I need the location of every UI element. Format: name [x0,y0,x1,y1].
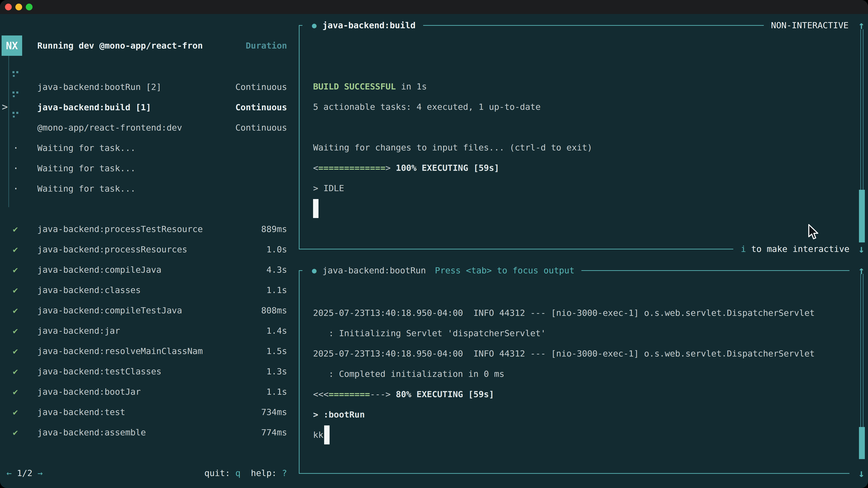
interactive-key-hint: i [741,244,746,254]
build-tasks-line: 5 actionable tasks: 4 executed, 1 up-to-… [313,97,592,117]
build-panel-footer: i to make interactive ↓ [299,239,868,259]
quit-key-hint: q [235,468,241,478]
pagination: ← 1/2 → [6,468,43,478]
non-interactive-badge: NON-INTERACTIVE [771,20,848,30]
build-idle-line: > IDLE [313,178,592,198]
blank-line [313,117,592,137]
task-label: java-backend:bootJar [37,387,141,397]
check-icon: ✔ [11,346,20,356]
bootrun-input-line[interactable]: kk [313,425,815,445]
maximize-button[interactable] [26,4,33,10]
task-duration: Continuous [235,102,287,112]
interactive-hint-text: to make interactive [746,244,849,254]
check-icon: ✔ [11,245,20,254]
task-row-completed[interactable]: ✔ java-backend:compileJava 4.3s [0,260,299,280]
task-label: java-backend:processResources [37,245,187,254]
task-list-title: Running dev @mono-app/react-fron [37,41,203,51]
nx-tui: NX Running dev @mono-app/react-fron Dura… [0,14,868,488]
task-duration: 1.1s [266,285,287,295]
titlebar [0,0,868,14]
task-row-running-selected[interactable]: > java-backend:build [1] Continuous [0,97,299,118]
task-row-completed[interactable]: ✔ java-backend:compileTestJava 808ms [0,300,299,321]
terminal-window: NX Running dev @mono-app/react-fron Dura… [0,0,868,488]
build-panel-header[interactable]: ● java-backend:build NON-INTERACTIVE ↑ [299,15,868,35]
header-rule [423,25,764,26]
help-key-hint: ? [282,468,287,478]
build-success-line: BUILD SUCCESSFUL in 1s [313,76,592,97]
task-duration: 4.3s [266,265,287,275]
task-label: java-backend:bootRun [2] [37,82,161,92]
bootrun-progress-line: <<<========---> 80% EXECUTING [59s] [313,384,815,404]
task-list-header: Running dev @mono-app/react-fron Duratio… [0,35,299,56]
build-scrollbar-thumb[interactable] [859,190,865,242]
footer-rule [299,249,733,250]
task-label: java-backend:compileJava [37,265,161,275]
output-panels: ● java-backend:build NON-INTERACTIVE ↑ B… [299,14,868,488]
task-label: java-backend:classes [37,285,141,295]
quit-label: quit: [204,468,235,478]
bootrun-task-line: > :bootRun [313,404,815,425]
task-row-completed[interactable]: ✔ java-backend:resolveMainClassNam 1.5s [0,341,299,361]
mouse-cursor [807,224,820,241]
build-panel-border [299,25,300,249]
spinner-icon [12,112,19,118]
task-row-running[interactable]: @mono-app/react-frontend:dev Continuous [0,118,299,138]
log-line: : Initializing Servlet 'dispatcherServle… [313,323,815,344]
check-icon: ✔ [11,407,20,417]
terminal-cursor [313,199,318,218]
bootrun-panel-header[interactable]: ● java-backend:bootRun Press <tab> to fo… [299,260,868,281]
spinner-icon [12,92,19,98]
task-duration: 808ms [261,305,287,315]
terminal-cursor [324,425,330,445]
bootrun-scrollbar-thumb[interactable] [859,427,865,459]
task-row-completed[interactable]: ✔ java-backend:assemble 774ms [0,422,299,443]
task-label: java-backend:compileTestJava [37,305,182,315]
bootrun-panel-title: java-backend:bootRun [322,265,426,275]
task-row-waiting[interactable]: · Waiting for task... [0,158,299,178]
page-right-arrow[interactable]: → [37,468,43,478]
task-duration: 1.1s [266,387,287,397]
running-task-list: java-backend:bootRun [2] Continuous > ja… [0,77,299,199]
scroll-down-icon[interactable]: ↓ [856,467,867,480]
task-label: java-backend:resolveMainClassNam [37,346,203,356]
check-icon: ✔ [11,326,20,336]
page-left-arrow[interactable]: ← [6,468,12,478]
task-row-waiting[interactable]: · Waiting for task... [0,138,299,158]
task-label: Waiting for task... [37,143,135,153]
check-icon: ✔ [11,366,20,377]
task-list-footer: ← 1/2 → quit: q help: ? [0,463,299,483]
build-panel-title: java-backend:build [322,20,415,30]
task-duration: 889ms [261,224,287,234]
task-row-completed[interactable]: ✔ java-backend:testClasses 1.3s [0,361,299,382]
task-label: Waiting for task... [37,184,135,194]
bootrun-scrollbar-track[interactable] [860,274,864,441]
task-bullet-icon: ● [312,266,316,275]
task-row-completed[interactable]: ✔ java-backend:processResources 1.0s [0,239,299,260]
task-row-completed[interactable]: ✔ java-backend:jar 1.4s [0,321,299,341]
build-output: BUILD SUCCESSFUL in 1s 5 actionable task… [313,76,592,219]
task-duration: Continuous [235,123,287,133]
task-row-completed[interactable]: ✔ java-backend:bootJar 1.1s [0,382,299,402]
log-line: 2025-07-23T13:40:18.950-04:00 INFO 44312… [313,303,815,323]
task-row-completed[interactable]: ✔ java-backend:processTestResource 889ms [0,219,299,239]
waiting-dot-icon: · [12,142,19,154]
task-label: java-backend:assemble [37,427,146,437]
close-button[interactable] [5,4,12,10]
task-row-waiting[interactable]: · Waiting for task... [0,178,299,199]
scroll-down-icon[interactable]: ↓ [856,243,867,255]
task-label: java-backend:test [37,407,125,417]
build-cursor-line [313,198,592,219]
waiting-dot-icon: · [12,163,19,174]
check-icon: ✔ [11,427,20,437]
build-scrollbar-track[interactable] [860,29,864,204]
task-label: java-backend:processTestResource [37,224,203,234]
task-duration: 1.5s [266,346,287,356]
task-duration: 734ms [261,407,287,417]
task-row-running[interactable]: java-backend:bootRun [2] Continuous [0,77,299,97]
completed-task-list: ✔ java-backend:processTestResource 889ms… [0,219,299,443]
task-duration: 1.0s [266,245,287,254]
minimize-button[interactable] [16,4,22,10]
task-row-completed[interactable]: ✔ java-backend:classes 1.1s [0,280,299,300]
check-icon: ✔ [11,387,20,397]
task-row-completed[interactable]: ✔ java-backend:test 734ms [0,402,299,422]
